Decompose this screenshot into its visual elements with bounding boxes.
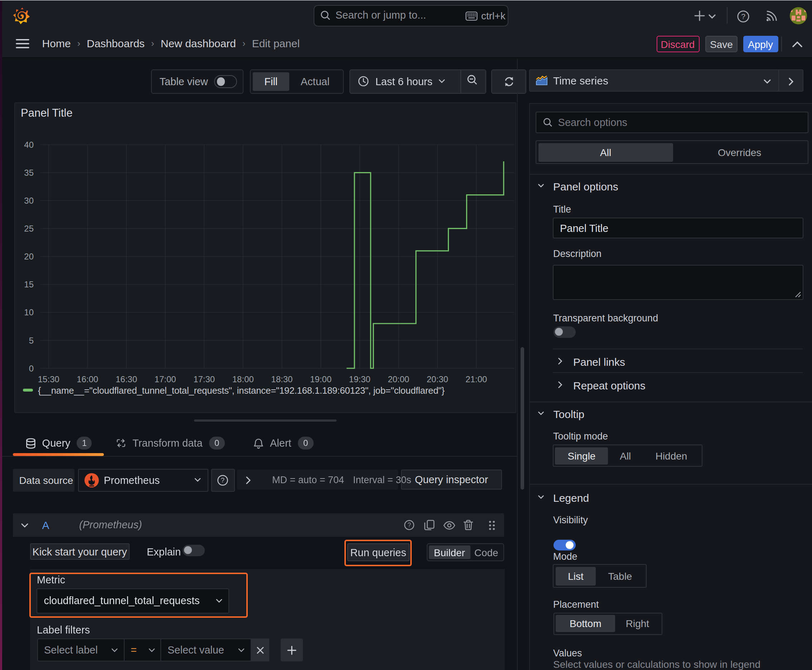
svg-text:?: ?: [407, 521, 411, 529]
svg-text:20:00: 20:00: [388, 374, 409, 384]
svg-text:40: 40: [24, 140, 34, 149]
svg-text:?: ?: [221, 476, 224, 484]
svg-text:35: 35: [24, 168, 34, 177]
svg-text:5: 5: [29, 335, 34, 345]
svg-text:15: 15: [24, 279, 34, 289]
svg-text:20:30: 20:30: [427, 374, 448, 384]
svg-text:15:30: 15:30: [38, 374, 59, 384]
svg-text:16:00: 16:00: [76, 374, 98, 384]
svg-text:17:30: 17:30: [193, 374, 215, 384]
svg-text:0: 0: [29, 363, 34, 373]
svg-text:10: 10: [24, 307, 34, 317]
svg-text:17:00: 17:00: [155, 374, 176, 384]
svg-text:?: ?: [741, 12, 746, 20]
svg-text:18:30: 18:30: [271, 374, 293, 384]
svg-text:18:00: 18:00: [232, 374, 254, 384]
svg-text:16:30: 16:30: [116, 374, 137, 384]
svg-text:25: 25: [24, 223, 34, 233]
svg-text:30: 30: [24, 195, 34, 205]
svg-text:19:30: 19:30: [349, 374, 371, 384]
svg-text:20: 20: [24, 251, 34, 261]
svg-text:21:00: 21:00: [465, 374, 487, 384]
svg-text:19:00: 19:00: [310, 374, 332, 384]
